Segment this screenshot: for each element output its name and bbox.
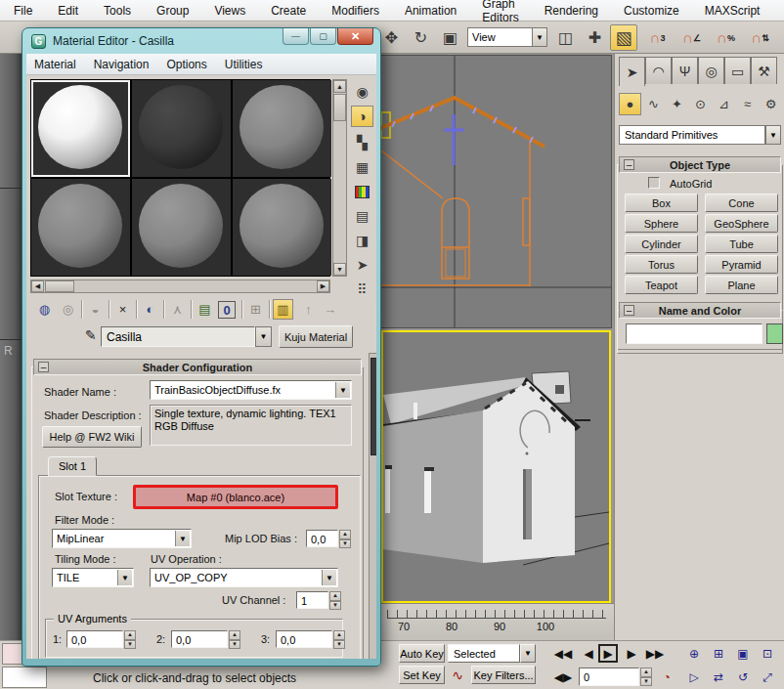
material-sample-slot[interactable] (132, 179, 231, 276)
collapse-icon[interactable]: – (624, 159, 634, 170)
video-color-check-icon[interactable] (351, 181, 373, 202)
button-geosphere[interactable]: GeoSphere (705, 214, 778, 233)
use-pivot-center-icon[interactable]: ◫ (553, 25, 578, 50)
material-sample-slot[interactable] (233, 179, 331, 276)
button-torus[interactable]: Torus (625, 255, 698, 274)
button-tube[interactable]: Tube (705, 235, 778, 253)
sample-horizontal-scrollbar[interactable]: ◀ ▶ (30, 280, 330, 293)
spinner-up-icon[interactable]: ▲ (329, 591, 341, 601)
params-scroll-thumb[interactable] (370, 358, 376, 455)
params-scrollbar[interactable] (369, 353, 376, 659)
spinner-down-icon[interactable]: ▼ (339, 539, 351, 549)
scroll-right-icon[interactable]: ▶ (317, 280, 329, 292)
dropdown-arrow-icon[interactable]: ▼ (335, 382, 350, 398)
zoom-extents-all-icon[interactable]: ⊡ (758, 644, 777, 663)
spinner-snap-icon[interactable]: ∩⇅ (748, 25, 772, 50)
primitive-category-dropdown[interactable]: Standard Primitives (619, 125, 765, 145)
reset-map-icon[interactable]: × (112, 299, 133, 320)
time-configuration-icon[interactable]: ◔ (657, 667, 676, 686)
assign-material-icon[interactable]: ◒ (85, 299, 106, 320)
make-material-copy-icon[interactable]: ◐ (140, 299, 160, 320)
key-filters-button[interactable]: Key Filters... (471, 666, 536, 684)
key-mode-toggle-icon[interactable]: ◀▶ (553, 667, 573, 686)
selection-set-dropdown-arrow-icon[interactable]: ▼ (520, 644, 536, 663)
pan-icon[interactable]: ⇄ (709, 667, 728, 686)
zoom-extents-icon[interactable]: ▣ (733, 644, 753, 663)
menu-rendering[interactable]: Rendering (544, 4, 598, 18)
show-map-in-viewport-icon[interactable]: ⊞ (245, 299, 266, 320)
zoom-icon[interactable]: ⊕ (684, 644, 704, 663)
slot-1-tab[interactable]: Slot 1 (48, 456, 97, 476)
material-map-navigator-icon[interactable]: ⠿ (351, 279, 373, 300)
name-color-rollout-header[interactable]: – Name and Color (619, 302, 781, 319)
uv-channel-field[interactable] (296, 591, 328, 609)
spinner-down-icon[interactable]: ▼ (329, 601, 341, 611)
category-systems-icon[interactable]: ⚙ (760, 93, 782, 115)
material-editor-window[interactable]: G Material Editor - Casilla — ▢ ✕ Materi… (22, 27, 381, 667)
category-helpers-icon[interactable]: ⊿ (713, 93, 735, 115)
snaps-toggle-3-icon[interactable]: ∩3 (645, 25, 670, 50)
perspective-viewport-active[interactable] (381, 330, 611, 603)
pick-material-from-object-icon[interactable]: ✎ (85, 327, 97, 343)
button-teapot[interactable]: Teapot (625, 276, 698, 294)
select-and-rotate-icon[interactable]: ↻ (409, 25, 433, 50)
zoom-all-icon[interactable]: ⊞ (709, 644, 728, 663)
backlight-icon[interactable]: ◑ (351, 106, 373, 127)
material-sample-slot-selected[interactable] (31, 80, 130, 177)
menu-options[interactable]: Options (166, 58, 206, 71)
material-type-button[interactable]: Kuju Material (279, 325, 353, 348)
material-sample-slot[interactable] (132, 80, 231, 177)
go-forward-sibling-icon[interactable]: → (320, 299, 340, 320)
uv-arg-1-field[interactable] (66, 630, 123, 648)
category-shapes-icon[interactable]: ∿ (642, 93, 665, 115)
button-cylinder[interactable]: Cylinder (625, 235, 698, 253)
uv-arg-3-field[interactable] (276, 630, 332, 648)
front-viewport[interactable] (380, 55, 612, 328)
menu-navigation[interactable]: Navigation (94, 58, 150, 71)
object-color-swatch[interactable] (766, 323, 783, 344)
mip-lod-bias-spinner[interactable]: ▲▼ (339, 530, 351, 548)
tab-modify[interactable]: ◠ (645, 57, 672, 84)
show-end-result-icon[interactable]: ▥ (273, 299, 293, 320)
snaps-toggle-icon[interactable]: ▧ (610, 24, 637, 51)
select-and-scale-icon[interactable]: ▣ (438, 25, 462, 50)
menu-customize[interactable]: Customize (624, 4, 679, 18)
menu-material[interactable]: Material (34, 58, 76, 71)
spinner-up-icon[interactable]: ▲ (124, 630, 136, 640)
autogrid-checkbox[interactable] (648, 177, 660, 189)
sample-vertical-scrollbar[interactable]: ▲ ▼ (332, 79, 347, 277)
menu-edit[interactable]: Edit (58, 4, 78, 18)
next-frame-icon[interactable]: ▶ (622, 644, 641, 663)
sample-type-icon[interactable]: ◉ (351, 81, 373, 103)
category-lights-icon[interactable]: ✦ (666, 93, 688, 115)
go-to-parent-icon[interactable]: ↑ (298, 299, 319, 320)
button-cone[interactable]: Cone (705, 194, 778, 212)
dropdown-arrow-icon[interactable]: ▼ (117, 570, 132, 585)
play-animation-icon[interactable]: ▶ (598, 644, 618, 663)
menu-create[interactable]: Create (271, 4, 306, 18)
spinner-up-icon[interactable]: ▲ (333, 630, 345, 640)
percent-snap-icon[interactable]: ∩% (714, 25, 738, 50)
new-key-curve-icon[interactable]: ∿ (448, 666, 467, 684)
scroll-down-icon[interactable]: ▼ (333, 263, 346, 276)
reference-coordinate-dropdown[interactable]: View (467, 27, 532, 47)
current-frame-field[interactable] (579, 667, 639, 686)
maximize-viewport-icon[interactable]: ⤢ (758, 667, 777, 686)
angle-snap-icon[interactable]: ∩∠ (679, 25, 704, 50)
spinner-up-icon[interactable]: ▲ (229, 630, 240, 640)
sample-uv-tiling-icon[interactable]: ▦ (351, 156, 373, 178)
auto-key-button[interactable]: Auto Key (399, 644, 445, 663)
material-name-dropdown-arrow-icon[interactable]: ▼ (255, 326, 272, 347)
maxscript-mini-listener-white[interactable] (2, 667, 47, 688)
menu-views[interactable]: Views (214, 4, 245, 18)
scroll-left-icon[interactable]: ◀ (31, 280, 44, 292)
material-id-channel-icon[interactable]: 0 (218, 301, 236, 319)
uv-arg-2-field[interactable] (171, 630, 228, 648)
maximize-button-icon[interactable]: ▢ (310, 28, 336, 45)
uv-arg-1-spinner[interactable]: ▲▼ (124, 630, 136, 649)
collapse-icon[interactable]: – (624, 305, 634, 316)
material-name-dropdown[interactable]: Casilla (101, 326, 255, 347)
slot-texture-map-button[interactable]: Map #0 (blanco.ace) (133, 485, 338, 509)
menu-modifiers[interactable]: Modifiers (331, 4, 379, 18)
close-button-icon[interactable]: ✕ (337, 28, 373, 45)
